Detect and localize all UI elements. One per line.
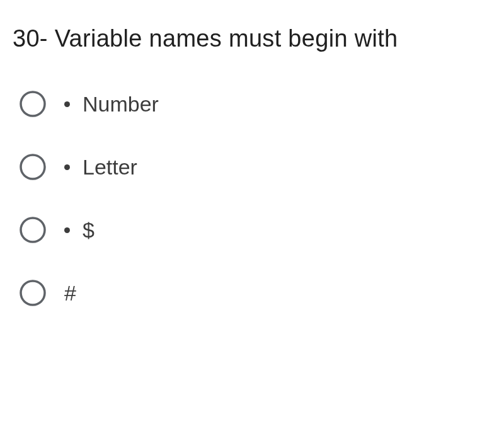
option-label: $ bbox=[64, 218, 94, 243]
radio-button-option-4[interactable] bbox=[19, 279, 47, 307]
bullet-icon bbox=[64, 164, 70, 170]
option-text: Number bbox=[83, 92, 159, 117]
option-row: Letter bbox=[19, 153, 504, 181]
question-text: 30- Variable names must begin with bbox=[13, 25, 504, 52]
radio-unchecked-icon bbox=[19, 216, 47, 244]
option-text: Letter bbox=[83, 155, 137, 180]
radio-button-option-3[interactable] bbox=[19, 216, 47, 244]
radio-unchecked-icon bbox=[19, 90, 47, 118]
svg-point-2 bbox=[21, 218, 45, 242]
radio-button-option-1[interactable] bbox=[19, 90, 47, 118]
option-row: $ bbox=[19, 216, 504, 244]
svg-point-3 bbox=[21, 281, 45, 305]
radio-button-option-2[interactable] bbox=[19, 153, 47, 181]
option-row: Number bbox=[19, 90, 504, 118]
option-label: Letter bbox=[64, 155, 137, 180]
radio-unchecked-icon bbox=[19, 153, 47, 181]
svg-point-0 bbox=[21, 92, 45, 116]
option-label: # bbox=[64, 281, 76, 306]
option-label: Number bbox=[64, 92, 159, 117]
svg-point-1 bbox=[21, 155, 45, 179]
bullet-icon bbox=[64, 227, 70, 233]
options-list: Number Letter $ # bbox=[13, 90, 504, 307]
bullet-icon bbox=[64, 101, 70, 107]
radio-unchecked-icon bbox=[19, 279, 47, 307]
option-row: # bbox=[19, 279, 504, 307]
option-text: # bbox=[64, 281, 76, 306]
option-text: $ bbox=[83, 218, 94, 243]
